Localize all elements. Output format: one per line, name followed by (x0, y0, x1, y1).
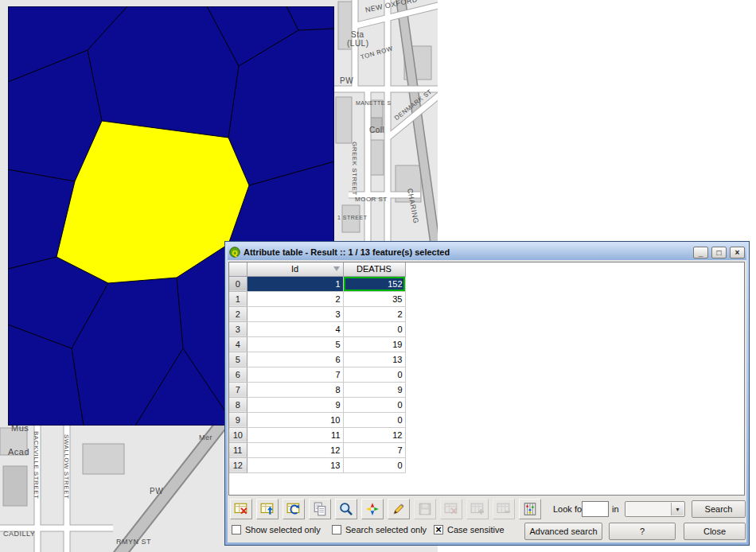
cell-id[interactable]: 10 (247, 412, 343, 427)
case-sensitive-checkbox[interactable]: Case sensitive (434, 525, 505, 535)
row-number-header[interactable]: 9 (229, 412, 247, 427)
invert-selection-icon[interactable] (283, 499, 305, 519)
table-row[interactable]: 101112 (229, 427, 405, 442)
look-for-input[interactable] (582, 501, 609, 517)
cell-deaths[interactable]: 13 (343, 352, 405, 367)
table-row[interactable]: 5613 (229, 352, 405, 367)
cell-id[interactable]: 2 (247, 291, 343, 306)
look-for-label: Look for (553, 504, 585, 514)
table-row[interactable]: 01152 (229, 276, 405, 291)
table-row[interactable]: 789 (229, 382, 405, 397)
field-calculator-icon[interactable] (519, 499, 541, 519)
cell-deaths[interactable]: 2 (343, 306, 405, 321)
cell-deaths[interactable]: 0 (343, 412, 405, 427)
row-number-header[interactable]: 5 (229, 352, 247, 367)
titlebar[interactable]: Q Attribute table - Result :: 1 / 13 fea… (228, 244, 746, 260)
cell-deaths[interactable]: 7 (343, 442, 405, 457)
table-row[interactable]: 232 (229, 306, 405, 321)
row-number-header[interactable]: 3 (229, 321, 247, 336)
cell-deaths[interactable]: 152 (343, 276, 405, 291)
qgis-icon: Q (229, 247, 240, 258)
save-edits-icon (414, 499, 436, 519)
pan-to-selection-icon[interactable] (361, 499, 384, 519)
maximize-icon[interactable]: □ (711, 247, 727, 259)
chevron-down-icon[interactable]: ▼ (671, 503, 684, 515)
cell-deaths[interactable]: 0 (343, 397, 405, 412)
unselect-rows-icon[interactable] (230, 499, 252, 519)
table-row[interactable]: 890 (229, 397, 405, 412)
checkbox-label: Case sensitive (447, 525, 505, 535)
map-label: PW (340, 76, 353, 85)
row-number-header[interactable]: 0 (229, 276, 247, 291)
row-number-header[interactable]: 8 (229, 397, 247, 412)
table-row[interactable]: 340 (229, 321, 405, 336)
close-button[interactable]: Close (684, 523, 746, 540)
map-label: Sta (351, 30, 364, 39)
row-number-header[interactable]: 2 (229, 306, 247, 321)
cell-id[interactable]: 5 (247, 336, 343, 352)
cell-id[interactable]: 4 (247, 321, 343, 336)
map-label: 1 STREET (337, 215, 367, 220)
map-label: RMYN ST (116, 538, 151, 546)
cell-deaths[interactable]: 0 (343, 321, 405, 336)
map-label: CADILLY (3, 530, 35, 538)
help-button[interactable]: ? (609, 523, 676, 540)
map-label: PW (150, 487, 163, 496)
field-combobox[interactable]: ▼ (625, 501, 685, 517)
cell-id[interactable]: 7 (247, 367, 343, 382)
search-button[interactable]: Search (692, 500, 746, 518)
column-header-id-label: Id (291, 264, 298, 274)
checkbox-icon (434, 525, 443, 535)
cell-id[interactable]: 6 (247, 352, 343, 367)
table-row[interactable]: 1235 (229, 291, 405, 306)
zoom-to-selection-icon[interactable] (335, 499, 357, 519)
new-column-icon (466, 499, 489, 519)
attribute-table[interactable]: Id DEATHS 011521235232340451956136707898… (228, 262, 745, 496)
cell-id[interactable]: 3 (247, 306, 343, 321)
delete-column-icon (493, 499, 515, 519)
toggle-editing-icon[interactable] (388, 499, 410, 519)
table-row[interactable]: 4519 (229, 336, 405, 352)
cell-id[interactable]: 1 (247, 276, 343, 291)
cell-deaths[interactable]: 9 (343, 382, 405, 397)
cell-id[interactable]: 13 (247, 457, 343, 472)
table-row[interactable]: 12130 (229, 457, 405, 472)
cell-deaths[interactable]: 19 (343, 336, 405, 352)
map-label: Coll (369, 126, 384, 134)
toolbar: Look for in ▼ Search (228, 497, 746, 521)
close-icon[interactable]: × (730, 247, 745, 259)
move-selection-to-top-icon[interactable] (256, 499, 279, 519)
table-row[interactable]: 9100 (229, 412, 405, 427)
cell-deaths[interactable]: 35 (343, 291, 405, 306)
column-header-id[interactable]: Id (247, 262, 343, 276)
cell-deaths[interactable]: 12 (343, 427, 405, 442)
show-selected-only-checkbox[interactable]: Show selected only (232, 525, 321, 535)
row-number-header[interactable]: 1 (229, 291, 247, 306)
minimize-icon[interactable]: _ (693, 247, 708, 259)
row-number-header[interactable]: 7 (229, 382, 247, 397)
cell-id[interactable]: 11 (247, 427, 343, 442)
toolbar-icon-row (230, 499, 541, 519)
footer-bar: Show selected only Search selected only … (228, 521, 746, 542)
sort-indicator-icon (333, 266, 340, 271)
row-number-header[interactable]: 4 (229, 336, 247, 352)
cell-deaths[interactable]: 0 (343, 457, 405, 472)
corner-header[interactable] (229, 262, 247, 276)
table-row[interactable]: 11127 (229, 442, 405, 457)
column-header-deaths-label: DEATHS (357, 264, 392, 274)
checkbox-label: Show selected only (245, 525, 321, 535)
cell-id[interactable]: 12 (247, 442, 343, 457)
cell-deaths[interactable]: 0 (343, 367, 405, 382)
column-header-deaths[interactable]: DEATHS (343, 262, 405, 276)
table-row[interactable]: 670 (229, 367, 405, 382)
advanced-search-button[interactable]: Advanced search (524, 523, 602, 540)
row-number-header[interactable]: 11 (229, 442, 247, 457)
search-selected-only-checkbox[interactable]: Search selected only (332, 525, 427, 535)
cell-id[interactable]: 8 (247, 382, 343, 397)
svg-text:Q: Q (232, 249, 237, 257)
row-number-header[interactable]: 12 (229, 457, 247, 472)
row-number-header[interactable]: 6 (229, 367, 247, 382)
copy-rows-icon[interactable] (309, 499, 331, 519)
row-number-header[interactable]: 10 (229, 427, 247, 442)
cell-id[interactable]: 9 (247, 397, 343, 412)
